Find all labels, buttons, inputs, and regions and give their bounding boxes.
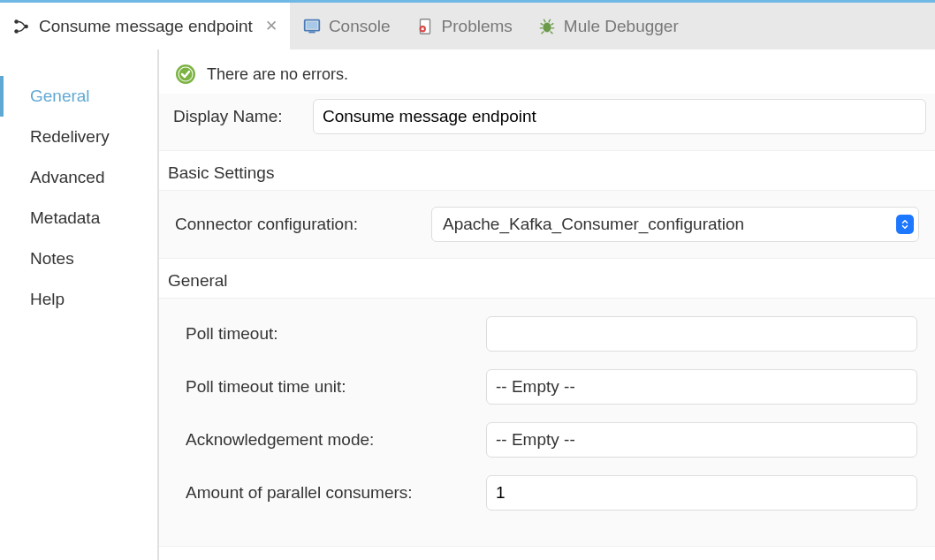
chevron-updown-icon bbox=[896, 215, 914, 234]
sidebar-item-metadata[interactable]: Metadata bbox=[0, 198, 157, 238]
sidebar-item-notes[interactable]: Notes bbox=[0, 238, 157, 279]
svg-rect-4 bbox=[306, 22, 317, 29]
svg-point-1 bbox=[14, 29, 19, 34]
tab-label: Problems bbox=[442, 17, 513, 36]
flow-icon bbox=[12, 17, 32, 36]
sidebar-item-help[interactable]: Help bbox=[0, 279, 157, 320]
tab-consume-message-endpoint[interactable]: Consume message endpoint ✕ bbox=[0, 3, 290, 49]
tab-problems[interactable]: Problems bbox=[403, 3, 525, 49]
poll-unit-row: Poll timeout time unit: -- Empty -- bbox=[168, 360, 926, 413]
ack-mode-select[interactable]: -- Empty -- bbox=[486, 422, 917, 458]
poll-unit-value: -- Empty -- bbox=[496, 377, 575, 397]
tab-label: Console bbox=[329, 17, 391, 36]
ack-mode-value: -- Empty -- bbox=[496, 430, 575, 450]
connector-config-value: Apache_Kafka_Consumer_configuration bbox=[443, 215, 744, 234]
svg-point-8 bbox=[543, 22, 551, 32]
sidebar-item-label: Notes bbox=[30, 249, 74, 268]
sidebar-item-label: Redelivery bbox=[30, 127, 110, 146]
svg-rect-5 bbox=[308, 32, 315, 34]
sidebar-item-redelivery[interactable]: Redelivery bbox=[0, 117, 157, 157]
poll-timeout-row: Poll timeout: bbox=[168, 307, 926, 360]
tab-console[interactable]: Console bbox=[290, 3, 403, 49]
sidebar-item-label: Metadata bbox=[30, 208, 100, 227]
tab-mule-debugger[interactable]: Mule Debugger bbox=[525, 3, 691, 49]
sidebar: General Redelivery Advanced Metadata Not… bbox=[0, 49, 159, 560]
debugger-icon bbox=[537, 17, 557, 36]
ack-mode-label: Acknowledgement mode: bbox=[186, 430, 486, 450]
general-section-header: General bbox=[159, 259, 935, 298]
sidebar-item-advanced[interactable]: Advanced bbox=[0, 157, 157, 198]
connector-config-select[interactable]: Apache_Kafka_Consumer_configuration bbox=[431, 207, 919, 242]
sidebar-item-label: General bbox=[30, 87, 90, 105]
svg-point-0 bbox=[14, 19, 19, 24]
basic-settings-header: Basic Settings bbox=[159, 151, 935, 190]
poll-timeout-input[interactable] bbox=[486, 316, 917, 352]
status-message: There are no errors. bbox=[207, 65, 348, 84]
console-icon bbox=[302, 17, 322, 36]
tab-label: Consume message endpoint bbox=[39, 17, 253, 36]
ack-mode-row: Acknowledgement mode: -- Empty -- bbox=[168, 413, 926, 466]
sidebar-item-general[interactable]: General bbox=[0, 76, 157, 117]
tab-label: Mule Debugger bbox=[564, 17, 679, 36]
display-name-row: Display Name: bbox=[159, 94, 935, 151]
tab-bar: Consume message endpoint ✕ Console Probl… bbox=[0, 0, 935, 49]
main-panel: There are no errors. Display Name: Basic… bbox=[159, 49, 935, 560]
general-section-body: Poll timeout: Poll timeout time unit: --… bbox=[159, 298, 935, 547]
sidebar-item-label: Advanced bbox=[30, 168, 105, 186]
display-name-label: Display Name: bbox=[168, 107, 300, 126]
parallel-consumers-label: Amount of parallel consumers: bbox=[186, 483, 486, 503]
close-icon[interactable]: ✕ bbox=[265, 17, 277, 35]
parallel-consumers-row: Amount of parallel consumers: bbox=[168, 466, 926, 519]
poll-unit-label: Poll timeout time unit: bbox=[186, 377, 486, 397]
display-name-input[interactable] bbox=[313, 99, 926, 134]
poll-unit-select[interactable]: -- Empty -- bbox=[486, 369, 917, 405]
sidebar-item-label: Help bbox=[30, 290, 65, 308]
ok-icon bbox=[175, 64, 196, 85]
connector-config-label: Connector configuration: bbox=[175, 215, 414, 234]
parallel-consumers-input[interactable] bbox=[486, 475, 917, 511]
basic-settings-body: Connector configuration: Apache_Kafka_Co… bbox=[159, 190, 935, 259]
problems-icon bbox=[415, 17, 435, 36]
content-area: General Redelivery Advanced Metadata Not… bbox=[0, 49, 935, 560]
connector-config-row: Connector configuration: Apache_Kafka_Co… bbox=[168, 200, 926, 249]
poll-timeout-label: Poll timeout: bbox=[186, 324, 486, 344]
status-row: There are no errors. bbox=[159, 49, 935, 94]
